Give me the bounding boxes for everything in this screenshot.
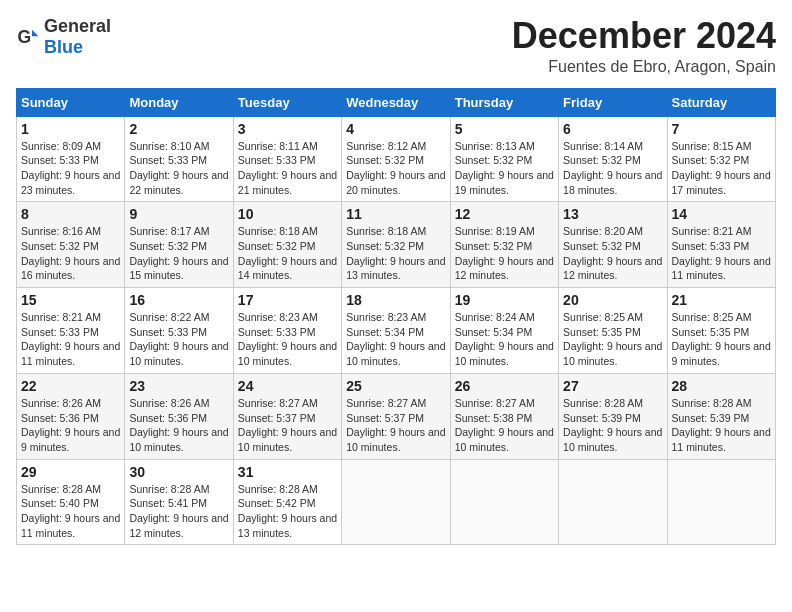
day-info: Sunrise: 8:18 AMSunset: 5:32 PMDaylight:…	[238, 224, 337, 283]
day-number: 20	[563, 292, 662, 308]
calendar-day-cell	[667, 459, 775, 545]
day-number: 23	[129, 378, 228, 394]
day-number: 17	[238, 292, 337, 308]
day-info: Sunrise: 8:27 AMSunset: 5:37 PMDaylight:…	[346, 396, 445, 455]
day-info: Sunrise: 8:23 AMSunset: 5:34 PMDaylight:…	[346, 310, 445, 369]
calendar-day-cell: 15Sunrise: 8:21 AMSunset: 5:33 PMDayligh…	[17, 288, 125, 374]
calendar-day-cell: 22Sunrise: 8:26 AMSunset: 5:36 PMDayligh…	[17, 373, 125, 459]
day-number: 24	[238, 378, 337, 394]
calendar-day-cell: 26Sunrise: 8:27 AMSunset: 5:38 PMDayligh…	[450, 373, 558, 459]
calendar-week-row: 22Sunrise: 8:26 AMSunset: 5:36 PMDayligh…	[17, 373, 776, 459]
calendar-day-cell: 12Sunrise: 8:19 AMSunset: 5:32 PMDayligh…	[450, 202, 558, 288]
day-number: 29	[21, 464, 120, 480]
day-number: 1	[21, 121, 120, 137]
day-info: Sunrise: 8:25 AMSunset: 5:35 PMDaylight:…	[563, 310, 662, 369]
day-info: Sunrise: 8:28 AMSunset: 5:39 PMDaylight:…	[672, 396, 771, 455]
day-of-week-header: Tuesday	[233, 88, 341, 116]
calendar-day-cell: 20Sunrise: 8:25 AMSunset: 5:35 PMDayligh…	[559, 288, 667, 374]
day-info: Sunrise: 8:20 AMSunset: 5:32 PMDaylight:…	[563, 224, 662, 283]
day-number: 7	[672, 121, 771, 137]
day-number: 2	[129, 121, 228, 137]
day-info: Sunrise: 8:21 AMSunset: 5:33 PMDaylight:…	[672, 224, 771, 283]
logo: G General Blue	[16, 16, 111, 58]
day-of-week-header: Monday	[125, 88, 233, 116]
calendar-day-cell: 7Sunrise: 8:15 AMSunset: 5:32 PMDaylight…	[667, 116, 775, 202]
day-info: Sunrise: 8:21 AMSunset: 5:33 PMDaylight:…	[21, 310, 120, 369]
day-info: Sunrise: 8:13 AMSunset: 5:32 PMDaylight:…	[455, 139, 554, 198]
logo-blue-text: Blue	[44, 37, 83, 57]
day-number: 19	[455, 292, 554, 308]
calendar-day-cell: 25Sunrise: 8:27 AMSunset: 5:37 PMDayligh…	[342, 373, 450, 459]
calendar-day-cell: 5Sunrise: 8:13 AMSunset: 5:32 PMDaylight…	[450, 116, 558, 202]
calendar-day-cell: 9Sunrise: 8:17 AMSunset: 5:32 PMDaylight…	[125, 202, 233, 288]
day-info: Sunrise: 8:09 AMSunset: 5:33 PMDaylight:…	[21, 139, 120, 198]
day-info: Sunrise: 8:10 AMSunset: 5:33 PMDaylight:…	[129, 139, 228, 198]
calendar-header-row: SundayMondayTuesdayWednesdayThursdayFrid…	[17, 88, 776, 116]
day-info: Sunrise: 8:24 AMSunset: 5:34 PMDaylight:…	[455, 310, 554, 369]
day-number: 31	[238, 464, 337, 480]
day-info: Sunrise: 8:17 AMSunset: 5:32 PMDaylight:…	[129, 224, 228, 283]
calendar-day-cell: 27Sunrise: 8:28 AMSunset: 5:39 PMDayligh…	[559, 373, 667, 459]
calendar-day-cell: 23Sunrise: 8:26 AMSunset: 5:36 PMDayligh…	[125, 373, 233, 459]
svg-marker-1	[32, 30, 38, 36]
title-area: December 2024 Fuentes de Ebro, Aragon, S…	[512, 16, 776, 76]
calendar-table: SundayMondayTuesdayWednesdayThursdayFrid…	[16, 88, 776, 546]
day-of-week-header: Wednesday	[342, 88, 450, 116]
day-number: 30	[129, 464, 228, 480]
day-of-week-header: Sunday	[17, 88, 125, 116]
day-number: 10	[238, 206, 337, 222]
calendar-day-cell: 29Sunrise: 8:28 AMSunset: 5:40 PMDayligh…	[17, 459, 125, 545]
logo-general-text: General	[44, 16, 111, 36]
calendar-day-cell: 31Sunrise: 8:28 AMSunset: 5:42 PMDayligh…	[233, 459, 341, 545]
calendar-day-cell: 19Sunrise: 8:24 AMSunset: 5:34 PMDayligh…	[450, 288, 558, 374]
location-subtitle: Fuentes de Ebro, Aragon, Spain	[512, 58, 776, 76]
page-header: G General Blue December 2024 Fuentes de …	[16, 16, 776, 76]
logo-icon: G	[16, 25, 40, 49]
day-number: 9	[129, 206, 228, 222]
day-number: 5	[455, 121, 554, 137]
calendar-day-cell: 13Sunrise: 8:20 AMSunset: 5:32 PMDayligh…	[559, 202, 667, 288]
calendar-day-cell: 2Sunrise: 8:10 AMSunset: 5:33 PMDaylight…	[125, 116, 233, 202]
day-number: 22	[21, 378, 120, 394]
calendar-day-cell: 17Sunrise: 8:23 AMSunset: 5:33 PMDayligh…	[233, 288, 341, 374]
calendar-day-cell: 11Sunrise: 8:18 AMSunset: 5:32 PMDayligh…	[342, 202, 450, 288]
calendar-day-cell: 24Sunrise: 8:27 AMSunset: 5:37 PMDayligh…	[233, 373, 341, 459]
calendar-day-cell: 14Sunrise: 8:21 AMSunset: 5:33 PMDayligh…	[667, 202, 775, 288]
day-number: 27	[563, 378, 662, 394]
calendar-day-cell: 6Sunrise: 8:14 AMSunset: 5:32 PMDaylight…	[559, 116, 667, 202]
day-info: Sunrise: 8:18 AMSunset: 5:32 PMDaylight:…	[346, 224, 445, 283]
calendar-day-cell: 16Sunrise: 8:22 AMSunset: 5:33 PMDayligh…	[125, 288, 233, 374]
day-info: Sunrise: 8:11 AMSunset: 5:33 PMDaylight:…	[238, 139, 337, 198]
calendar-day-cell: 28Sunrise: 8:28 AMSunset: 5:39 PMDayligh…	[667, 373, 775, 459]
calendar-week-row: 15Sunrise: 8:21 AMSunset: 5:33 PMDayligh…	[17, 288, 776, 374]
day-number: 4	[346, 121, 445, 137]
day-info: Sunrise: 8:28 AMSunset: 5:40 PMDaylight:…	[21, 482, 120, 541]
day-info: Sunrise: 8:26 AMSunset: 5:36 PMDaylight:…	[21, 396, 120, 455]
day-info: Sunrise: 8:28 AMSunset: 5:39 PMDaylight:…	[563, 396, 662, 455]
day-number: 12	[455, 206, 554, 222]
day-info: Sunrise: 8:26 AMSunset: 5:36 PMDaylight:…	[129, 396, 228, 455]
day-number: 3	[238, 121, 337, 137]
calendar-day-cell: 30Sunrise: 8:28 AMSunset: 5:41 PMDayligh…	[125, 459, 233, 545]
calendar-day-cell: 3Sunrise: 8:11 AMSunset: 5:33 PMDaylight…	[233, 116, 341, 202]
month-title: December 2024	[512, 16, 776, 56]
day-of-week-header: Thursday	[450, 88, 558, 116]
day-number: 18	[346, 292, 445, 308]
calendar-day-cell	[342, 459, 450, 545]
day-info: Sunrise: 8:14 AMSunset: 5:32 PMDaylight:…	[563, 139, 662, 198]
day-info: Sunrise: 8:23 AMSunset: 5:33 PMDaylight:…	[238, 310, 337, 369]
day-info: Sunrise: 8:25 AMSunset: 5:35 PMDaylight:…	[672, 310, 771, 369]
day-info: Sunrise: 8:27 AMSunset: 5:38 PMDaylight:…	[455, 396, 554, 455]
calendar-week-row: 8Sunrise: 8:16 AMSunset: 5:32 PMDaylight…	[17, 202, 776, 288]
day-of-week-header: Saturday	[667, 88, 775, 116]
day-number: 28	[672, 378, 771, 394]
day-info: Sunrise: 8:28 AMSunset: 5:42 PMDaylight:…	[238, 482, 337, 541]
calendar-day-cell: 1Sunrise: 8:09 AMSunset: 5:33 PMDaylight…	[17, 116, 125, 202]
day-number: 14	[672, 206, 771, 222]
day-info: Sunrise: 8:27 AMSunset: 5:37 PMDaylight:…	[238, 396, 337, 455]
day-info: Sunrise: 8:28 AMSunset: 5:41 PMDaylight:…	[129, 482, 228, 541]
calendar-day-cell: 18Sunrise: 8:23 AMSunset: 5:34 PMDayligh…	[342, 288, 450, 374]
calendar-day-cell	[559, 459, 667, 545]
day-number: 21	[672, 292, 771, 308]
calendar-day-cell: 21Sunrise: 8:25 AMSunset: 5:35 PMDayligh…	[667, 288, 775, 374]
